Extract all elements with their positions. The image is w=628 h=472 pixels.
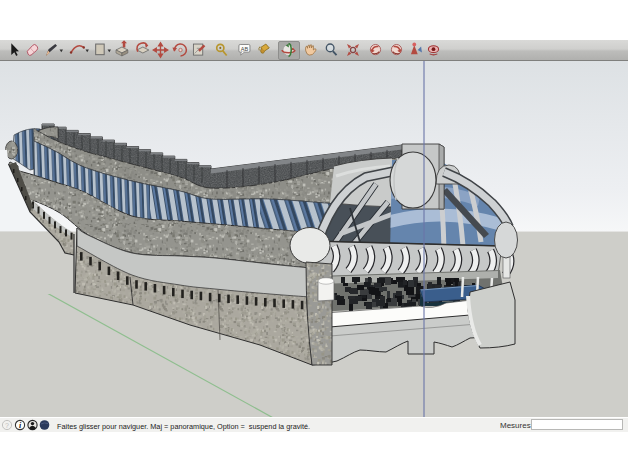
svg-text:?: ?: [5, 422, 9, 429]
svg-text:AB: AB: [241, 46, 249, 52]
